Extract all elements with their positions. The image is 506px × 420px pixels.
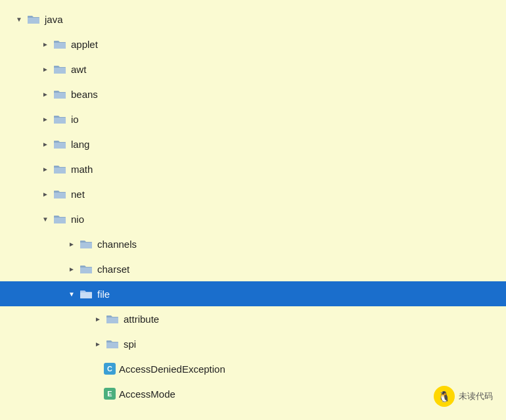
tree-item-channels[interactable]: channels [0,231,506,256]
arrow-math [39,163,51,175]
item-label-AccessMode: AccessMode [119,388,175,400]
arrow-nio [39,213,51,225]
folder-icon-math [53,163,67,175]
badge-c-AccessDeniedException: C [104,363,116,375]
item-label-net: net [71,189,85,200]
item-label-attribute: attribute [124,314,159,325]
arrow-lang [39,138,51,150]
arrow-java [13,13,25,25]
arrow-net [39,188,51,200]
arrow-awt [39,63,51,75]
folder-icon-lang [53,138,67,150]
folder-icon-charset [79,263,93,275]
folder-icon-net [53,188,67,200]
folder-icon-attribute [105,313,120,325]
item-label-io: io [71,114,79,125]
item-label-charset: charset [97,264,129,275]
item-label-applet: applet [71,39,98,50]
arrow-channels [66,238,78,250]
tree-item-beans[interactable]: beans [0,82,506,106]
folder-icon-awt [53,63,67,75]
tree-item-math[interactable]: math [0,156,506,181]
item-label-math: math [71,164,93,175]
tree-item-AccessMode[interactable]: E AccessMode [0,381,506,406]
watermark: 🐧 未读代码 [434,386,493,407]
tree-item-lang[interactable]: lang [0,131,506,156]
tree-item-file[interactable]: file [0,281,506,306]
arrow-applet [39,38,51,50]
tree-item-charset[interactable]: charset [0,256,506,281]
folder-icon-spi [105,338,120,350]
arrow-spi [92,338,104,350]
item-label-java: java [45,14,63,25]
item-label-nio: nio [71,214,84,225]
folder-icon-nio [53,213,67,225]
folder-icon-applet [53,38,67,50]
tree-item-spi[interactable]: spi [0,331,506,356]
arrow-file [66,288,78,300]
tree-item-awt[interactable]: awt [0,57,506,82]
arrow-io [39,113,51,125]
folder-icon-java [26,13,41,25]
folder-icon-file [79,288,93,300]
tree-item-attribute[interactable]: attribute [0,306,506,331]
badge-e-AccessMode: E [104,388,116,400]
item-label-awt: awt [71,64,86,75]
folder-icon-channels [79,238,93,250]
tree-item-java[interactable]: java [0,7,506,32]
item-label-channels: channels [97,239,137,250]
arrow-beans [39,88,51,100]
watermark-icon: 🐧 [434,386,455,407]
tree-item-AccessDeniedException[interactable]: C AccessDeniedException [0,356,506,381]
item-label-file: file [97,289,110,300]
item-label-spi: spi [124,338,136,350]
item-label-lang: lang [71,139,89,150]
arrow-attribute [92,313,104,325]
item-label-beans: beans [71,89,98,100]
tree-item-io[interactable]: io [0,106,506,131]
file-tree: java applet awt beans [0,0,506,413]
item-label-AccessDeniedException: AccessDeniedException [119,363,225,375]
watermark-text: 未读代码 [459,390,493,402]
tree-item-nio[interactable]: nio [0,206,506,231]
tree-item-applet[interactable]: applet [0,32,506,57]
arrow-charset [66,263,78,275]
folder-icon-io [53,113,67,125]
tree-item-net[interactable]: net [0,181,506,206]
folder-icon-beans [53,88,67,100]
